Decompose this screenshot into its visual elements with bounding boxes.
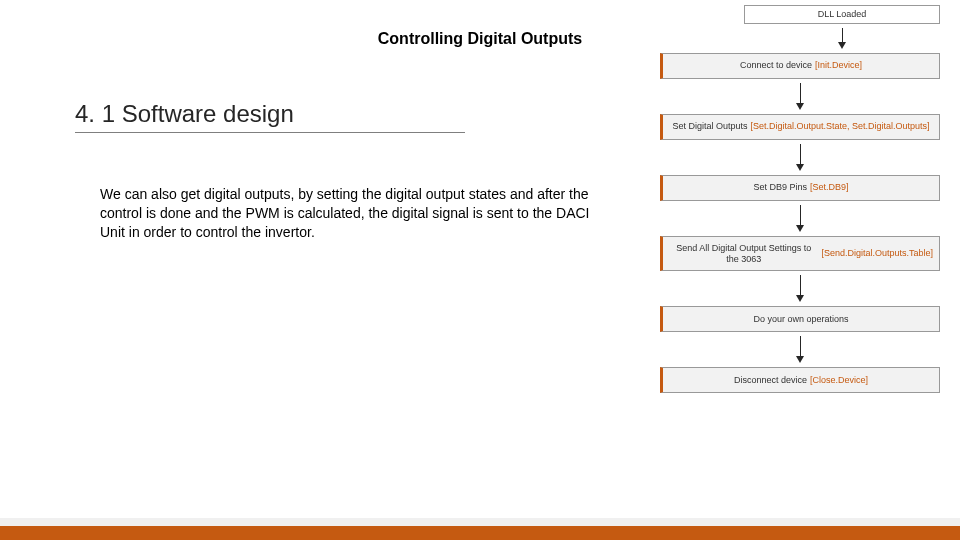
flow-step-label: Disconnect device [734, 375, 807, 386]
arrow-down-icon [660, 79, 940, 114]
flow-step-label: Set DB9 Pins [753, 182, 807, 193]
footer-shadow [0, 518, 960, 526]
arrow-down-icon [660, 140, 940, 175]
flow-step: Set Digital Outputs [Set.Digital.Output.… [660, 114, 940, 140]
flow-step: Do your own operations [660, 306, 940, 332]
flow-step-label: Set Digital Outputs [672, 121, 747, 132]
arrow-down-icon [660, 271, 940, 306]
flow-start-label: DLL Loaded [818, 9, 867, 20]
flow-step-label: Send All Digital Output Settings to the … [669, 243, 818, 265]
flow-start: DLL Loaded [744, 5, 940, 24]
page-title: Controlling Digital Outputs [378, 30, 582, 48]
slide: Controlling Digital Outputs 4. 1 Softwar… [0, 0, 960, 540]
flow-step-api: [Send.Digital.Outputs.Table] [821, 248, 933, 259]
arrow-down-icon [660, 332, 940, 367]
flow-step-api: [Set.DB9] [810, 182, 849, 193]
flow-step: Send All Digital Output Settings to the … [660, 236, 940, 272]
flow-step-api: [Set.Digital.Output.State, Set.Digital.O… [750, 121, 929, 132]
flow-step-api: [Close.Device] [810, 375, 868, 386]
section-heading: 4. 1 Software design [75, 100, 465, 133]
arrow-down-icon [744, 24, 940, 53]
flowchart: DLL Loaded Connect to device [Init.Devic… [660, 5, 940, 393]
flow-step: Disconnect device [Close.Device] [660, 367, 940, 393]
arrow-down-icon [660, 201, 940, 236]
flow-step-label: Do your own operations [753, 314, 848, 325]
flow-step: Set DB9 Pins [Set.DB9] [660, 175, 940, 201]
flow-step-api: [Init.Device] [815, 60, 862, 71]
body-paragraph: We can also get digital outputs, by sett… [100, 185, 600, 242]
flow-step: Connect to device [Init.Device] [660, 53, 940, 79]
flow-step-label: Connect to device [740, 60, 812, 71]
footer-bar [0, 526, 960, 540]
